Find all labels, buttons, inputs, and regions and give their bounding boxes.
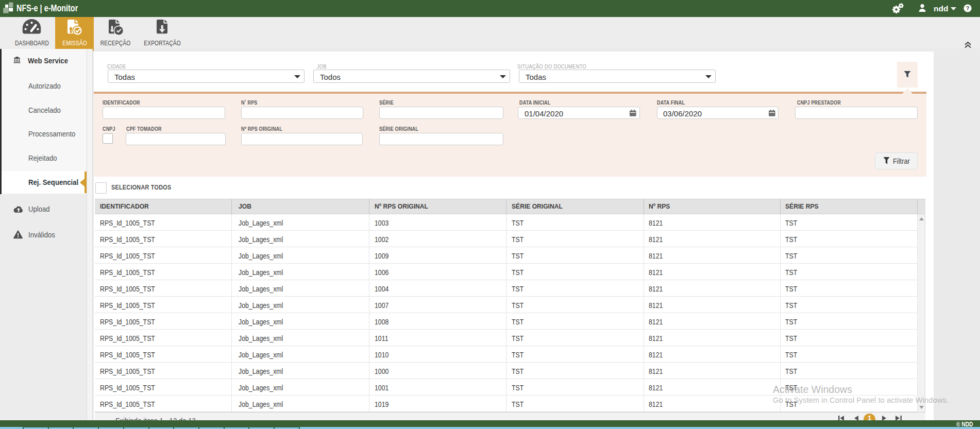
- svg-text:?: ?: [966, 5, 969, 11]
